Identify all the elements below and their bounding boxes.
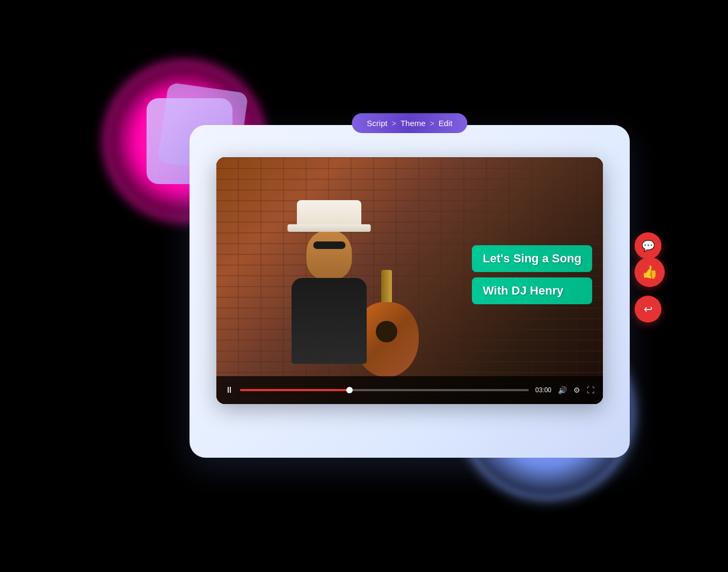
video-duration: 03:00 [535, 386, 551, 394]
performer-hat-brim [288, 224, 371, 232]
settings-icon[interactable]: ⚙ [573, 386, 580, 394]
guitar-sound-hole [376, 321, 397, 342]
share-button[interactable]: ↩ [635, 296, 661, 322]
volume-icon[interactable]: 🔊 [558, 386, 567, 394]
fullscreen-icon[interactable]: ⛶ [587, 386, 594, 394]
breadcrumb-step-2[interactable]: Theme [401, 119, 426, 128]
video-scene: Let's Sing a Song With DJ Henry [216, 157, 603, 404]
video-title-line1: Let's Sing a Song [472, 245, 592, 272]
breadcrumb[interactable]: Script > Theme > Edit [352, 113, 467, 133]
performer-hat [297, 200, 361, 227]
main-panel: Script > Theme > Edit [190, 125, 630, 458]
breadcrumb-step-1[interactable]: Script [367, 119, 387, 128]
comment-button[interactable]: 💬 [635, 232, 661, 259]
like-icon: 👍 [642, 265, 658, 280]
video-text-overlay: Let's Sing a Song With DJ Henry [472, 245, 592, 304]
progress-bar[interactable] [240, 389, 529, 391]
performer-body [292, 278, 367, 364]
like-button[interactable]: 👍 [635, 257, 665, 287]
performer-head [307, 230, 352, 281]
performer-area [238, 200, 420, 372]
share-icon: ↩ [644, 303, 653, 316]
performer-sunglasses [313, 241, 345, 249]
social-action-buttons: 💬 👍 ↩ [635, 232, 665, 322]
pause-button[interactable]: ⏸ [225, 385, 234, 395]
breadcrumb-sep-1: > [392, 119, 396, 128]
progress-scrubber[interactable] [346, 387, 353, 393]
progress-fill [240, 389, 350, 391]
video-controls: ⏸ 03:00 🔊 ⚙ ⛶ [216, 376, 603, 404]
comment-icon: 💬 [642, 239, 655, 252]
video-title-line2: With DJ Henry [472, 277, 592, 304]
video-player[interactable]: Let's Sing a Song With DJ Henry ⏸ 03:00 … [216, 157, 603, 404]
breadcrumb-step-3[interactable]: Edit [439, 119, 453, 128]
breadcrumb-sep-2: > [430, 119, 434, 128]
